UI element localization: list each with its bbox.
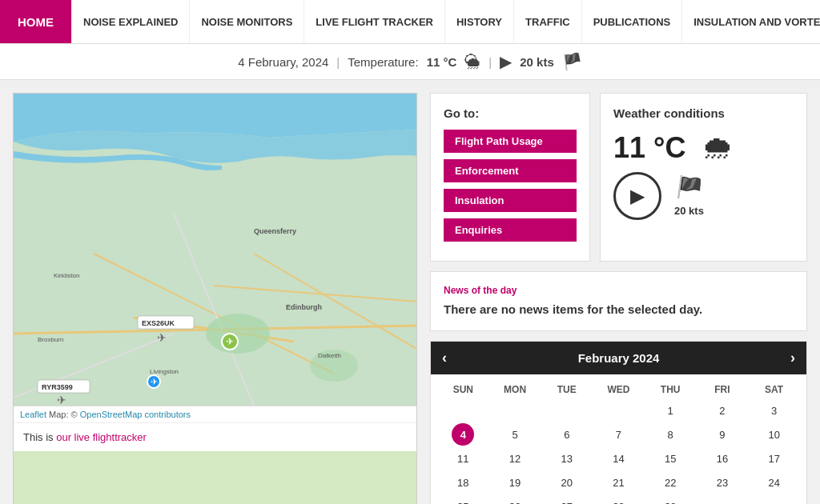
map-bottom-text: This is our live flighttracker: [14, 422, 416, 451]
cal-day-19[interactable]: 19: [504, 471, 526, 494]
date-bar: 4 February, 2024 | Temperature: 11 °C 🌦 …: [0, 44, 820, 80]
dow-thu: THU: [645, 381, 697, 398]
cal-day-8[interactable]: 8: [659, 423, 681, 446]
top-row: Go to: Flight Path Usage Enforcement Ins…: [430, 93, 807, 262]
news-box: News of the day There are no news items …: [430, 271, 807, 331]
svg-text:Broxburn: Broxburn: [38, 336, 63, 343]
cal-day-14[interactable]: 14: [607, 447, 629, 470]
nav-home[interactable]: HOME: [0, 0, 71, 43]
plane-marker-3[interactable]: ✈: [222, 334, 238, 350]
wind-flag-area: 🏴 20 kts: [674, 175, 704, 217]
svg-text:EXS26UK: EXS26UK: [142, 319, 175, 327]
cal-day-15[interactable]: 15: [659, 447, 681, 470]
leaflet-link[interactable]: Leaflet: [20, 410, 46, 419]
calendar-header: ‹ February 2024 ›: [431, 342, 806, 374]
svg-text:Kirkliston: Kirkliston: [54, 272, 79, 279]
cal-day-26[interactable]: 26: [504, 495, 526, 504]
nav-noise-explained[interactable]: NOISE EXPLAINED: [71, 0, 189, 43]
cal-day-18[interactable]: 18: [452, 471, 474, 494]
nav-live-flight-tracker[interactable]: LIVE FLIGHT TRACKER: [303, 0, 444, 43]
map-container[interactable]: Queensferry Kirkliston Edinburgh Broxbur…: [14, 94, 417, 406]
calendar-prev[interactable]: ‹: [442, 350, 447, 366]
cal-day-empty: [504, 399, 526, 422]
live-flighttracker-link[interactable]: our live flighttracker: [56, 431, 147, 443]
weather-title: Weather conditions: [613, 106, 794, 120]
cal-day-empty: [607, 399, 629, 422]
svg-text:✈: ✈: [157, 331, 167, 344]
cal-day-9[interactable]: 9: [711, 423, 734, 446]
goto-insulation[interactable]: Insulation: [444, 189, 577, 212]
nav-noise-monitors[interactable]: NOISE MONITORS: [189, 0, 303, 43]
dow-wed: WED: [593, 381, 645, 398]
current-date: 4 February, 2024: [238, 55, 328, 69]
cal-day-12[interactable]: 12: [504, 447, 526, 470]
goto-flight-path[interactable]: Flight Path Usage: [444, 130, 577, 153]
temp-value: 11 °C: [427, 55, 457, 69]
plane-marker-4[interactable]: ✈: [147, 375, 160, 388]
cal-day-6[interactable]: 6: [556, 423, 578, 446]
svg-rect-1: [14, 174, 417, 406]
rain-cloud-icon: 🌧: [701, 130, 734, 166]
cal-day-3[interactable]: 3: [763, 399, 786, 422]
dow-mon: MON: [489, 381, 541, 398]
cal-day-16[interactable]: 16: [711, 447, 734, 470]
svg-text:Dalkeith: Dalkeith: [318, 352, 341, 359]
map-section: Queensferry Kirkliston Edinburgh Broxbur…: [13, 93, 417, 504]
svg-text:✈: ✈: [226, 336, 234, 347]
cal-day-28[interactable]: 28: [607, 495, 629, 504]
weather-content: 11 °C 🌧: [613, 130, 794, 166]
cal-day-4[interactable]: 4: [452, 423, 474, 446]
osm-link[interactable]: OpenStreetMap contributors: [80, 410, 191, 419]
wind-flag-icon: 🏴: [562, 52, 582, 71]
cal-day-21[interactable]: 21: [607, 471, 629, 494]
goto-enquiries[interactable]: Enquiries: [444, 218, 577, 242]
dow-sat: SAT: [748, 381, 800, 398]
cal-day-13[interactable]: 13: [556, 447, 578, 470]
calendar-next[interactable]: ›: [790, 350, 795, 366]
cal-day-20[interactable]: 20: [556, 471, 578, 494]
cal-day-24[interactable]: 24: [763, 471, 786, 494]
svg-text:Queensferry: Queensferry: [254, 227, 296, 235]
svg-text:RYR3599: RYR3599: [42, 383, 73, 391]
nav-traffic[interactable]: TRAFFIC: [513, 0, 581, 43]
map-attribution: Leaflet Map: © OpenStreetMap contributor…: [14, 406, 416, 422]
nav-history[interactable]: HISTORY: [444, 0, 513, 43]
weather-temp: 11 °C: [613, 131, 685, 165]
cal-day-11[interactable]: 11: [452, 447, 474, 470]
cal-day-27[interactable]: 27: [556, 495, 578, 504]
wind-circle-icon: ▶: [500, 52, 512, 71]
wind-flag-icon: 🏴: [672, 172, 705, 205]
cal-day-5[interactable]: 5: [504, 423, 526, 446]
dow-fri: FRI: [697, 381, 749, 398]
svg-text:Livingston: Livingston: [150, 368, 179, 375]
cal-day-25[interactable]: 25: [452, 495, 474, 504]
map-svg: Queensferry Kirkliston Edinburgh Broxbur…: [14, 94, 417, 406]
navigation: HOME NOISE EXPLAINED NOISE MONITORS LIVE…: [0, 0, 820, 44]
main-content: Queensferry Kirkliston Edinburgh Broxbur…: [0, 80, 820, 504]
svg-text:✈: ✈: [57, 394, 66, 406]
calendar-days: 1234567891011121314151617181920212223242…: [437, 398, 800, 504]
dow-sun: SUN: [437, 381, 489, 398]
svg-text:Edinburgh: Edinburgh: [286, 303, 322, 311]
goto-title: Go to:: [444, 106, 577, 120]
cal-day-17[interactable]: 17: [763, 447, 786, 470]
goto-box: Go to: Flight Path Usage Enforcement Ins…: [430, 93, 590, 262]
separator2: |: [488, 55, 492, 69]
cal-day-1[interactable]: 1: [659, 399, 681, 422]
svg-point-9: [206, 314, 270, 354]
cal-day-empty: [452, 399, 474, 422]
cal-day-22[interactable]: 22: [659, 471, 681, 494]
weather-box: Weather conditions 11 °C 🌧 ▶ 🏴 20 kts: [600, 93, 807, 262]
news-text: There are no news items for the selected…: [444, 301, 794, 318]
nav-insulation[interactable]: INSULATION AND VORTEX: [681, 0, 820, 43]
calendar-month: February 2024: [578, 351, 660, 365]
goto-enforcement[interactable]: Enforcement: [444, 159, 577, 182]
nav-publications[interactable]: PUBLICATIONS: [581, 0, 682, 43]
calendar-grid: SUN MON TUE WED THU FRI SAT 123456789101…: [431, 374, 806, 504]
cal-day-23[interactable]: 23: [711, 471, 734, 494]
cal-day-29[interactable]: 29: [659, 495, 681, 504]
cal-day-7[interactable]: 7: [607, 423, 629, 446]
cal-day-10[interactable]: 10: [763, 423, 786, 446]
cal-day-2[interactable]: 2: [711, 399, 734, 422]
right-panel: Go to: Flight Path Usage Enforcement Ins…: [430, 93, 807, 504]
